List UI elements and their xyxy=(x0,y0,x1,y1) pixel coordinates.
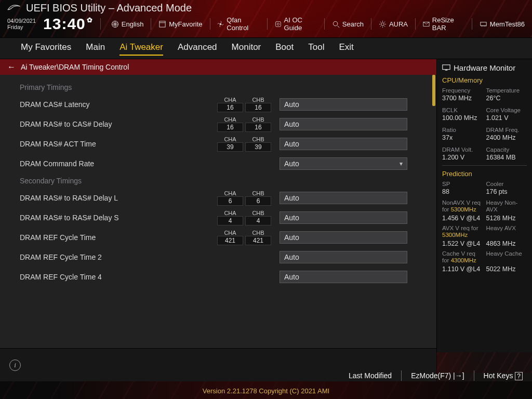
cache-req-label: Cache V req for 4300MHz xyxy=(442,250,483,264)
tool-memtest[interactable]: MemTest86 xyxy=(480,20,525,28)
tab-ai-tweaker[interactable]: Ai Tweaker xyxy=(119,42,163,56)
myfavorite-icon xyxy=(158,20,166,28)
tab-monitor[interactable]: Monitor xyxy=(232,42,261,56)
setting-row: DRAM CAS# LatencyCHA16CHB16Auto xyxy=(20,95,426,114)
temp-value: 26°C xyxy=(486,95,527,102)
tab-main[interactable]: Main xyxy=(86,42,105,56)
date-block: 04/09/2021 Friday xyxy=(7,18,36,30)
setting-row: DRAM RAS# ACT TimeCHA39CHB39Auto xyxy=(20,134,426,154)
svg-rect-3 xyxy=(275,21,281,26)
bclk-label: BCLK xyxy=(442,107,483,113)
setting-row: DRAM RAS# to RAS# Delay SCHA4CHB4Auto xyxy=(20,208,426,228)
tab-exit[interactable]: Exit xyxy=(339,42,353,56)
cha-cell: CHA39 xyxy=(217,136,243,152)
main-panel: ← Ai Tweaker\DRAM Timing Control Primary… xyxy=(0,59,436,381)
tool-qfan[interactable]: Qfan Control xyxy=(217,16,259,32)
cha-cell: CHA16 xyxy=(217,116,243,132)
setting-value: Auto xyxy=(284,140,299,148)
sidebar-section-prediction: Prediction xyxy=(442,170,527,178)
monitor-icon xyxy=(442,64,450,72)
setting-input[interactable]: Auto xyxy=(280,251,407,263)
separator xyxy=(324,18,325,30)
section-title: Primary Timings xyxy=(20,83,426,91)
channel-readout: CHA6CHB6 xyxy=(217,190,271,206)
tool-language[interactable]: English xyxy=(111,20,144,28)
tool-label: AURA xyxy=(389,20,408,28)
setting-input[interactable]: Auto xyxy=(280,192,407,204)
header: UEFI BIOS Utility – Advanced Mode 04/09/… xyxy=(0,0,532,37)
nonavx-req-value: 1.456 V @L4 xyxy=(442,215,483,222)
setting-input[interactable]: Auto xyxy=(280,211,407,224)
separator xyxy=(151,18,151,30)
tool-label: MemTest86 xyxy=(490,20,525,28)
cap-label: Capacity xyxy=(486,147,527,153)
channel-readout: CHA16CHB16 xyxy=(217,116,271,132)
hardware-monitor-panel: Hardware Monitor CPU/Memory Frequency Te… xyxy=(436,59,532,381)
cooler-label: Cooler xyxy=(486,181,527,187)
tab-boot[interactable]: Boot xyxy=(275,42,294,56)
dramv-label: DRAM Volt. xyxy=(442,147,483,153)
question-box-icon: ? xyxy=(515,372,523,380)
separator xyxy=(472,18,472,30)
svg-rect-9 xyxy=(443,64,450,69)
setting-input[interactable]: Auto xyxy=(280,138,407,150)
setting-value: Auto xyxy=(284,120,299,128)
clock[interactable]: 13:40 ✿ xyxy=(43,15,93,33)
freq-label: Frequency xyxy=(442,87,483,94)
tool-aura[interactable]: AURA xyxy=(379,20,408,28)
setting-value: Auto xyxy=(284,159,299,168)
prediction-grid-top: SP Cooler 88 176 pts xyxy=(442,181,527,195)
chb-cell: CHB16 xyxy=(245,97,271,112)
date-text: 04/09/2021 xyxy=(7,18,36,24)
setting-row: DRAM Command RateAuto xyxy=(20,154,426,174)
setting-input[interactable]: Auto xyxy=(280,118,407,130)
version-text: Version 2.21.1278 Copyright (C) 2021 AMI xyxy=(0,384,532,399)
tool-resizebar[interactable]: ReSize BAR xyxy=(423,16,464,32)
svg-point-5 xyxy=(333,21,337,25)
heavy-cache-value: 5022 MHz xyxy=(486,265,527,273)
ezmode-button[interactable]: EzMode(F7) |→] xyxy=(411,371,464,380)
dramf-value: 2400 MHz xyxy=(486,134,527,141)
setting-row: DRAM REF Cycle TimeCHA421CHB421Auto xyxy=(20,228,426,247)
tab-tool[interactable]: Tool xyxy=(308,42,324,56)
svg-rect-1 xyxy=(159,21,165,26)
svg-point-2 xyxy=(220,23,221,24)
separator xyxy=(401,370,402,381)
aura-icon xyxy=(379,20,387,28)
svg-point-6 xyxy=(381,22,384,25)
section-title: Secondary Timings xyxy=(20,177,426,185)
setting-input[interactable]: Auto xyxy=(280,271,407,283)
exit-icon: |→] xyxy=(453,371,464,380)
tab-advanced[interactable]: Advanced xyxy=(178,42,217,56)
cha-cell: CHA6 xyxy=(217,190,243,206)
aioc-icon xyxy=(275,20,282,28)
ratio-value: 37x xyxy=(442,134,483,141)
chb-cell: CHB16 xyxy=(245,116,271,132)
setting-dropdown[interactable]: Auto xyxy=(280,157,407,170)
setting-label: DRAM CAS# Latency xyxy=(20,100,212,109)
tool-search[interactable]: Search xyxy=(332,20,364,28)
setting-label: DRAM REF Cycle Time 4 xyxy=(20,273,212,281)
setting-input[interactable]: Auto xyxy=(280,231,407,244)
temp-label: Temperature xyxy=(486,87,527,94)
setting-input[interactable]: Auto xyxy=(280,98,407,111)
rog-eye-icon xyxy=(7,4,21,13)
heavy-cache-label: Heavy Cache xyxy=(486,250,527,264)
vcore-value: 1.021 V xyxy=(486,114,527,122)
sidebar-section-cpu: CPU/Memory xyxy=(442,76,527,84)
tab-my-favorites[interactable]: My Favorites xyxy=(21,42,71,56)
heavy-avx-value: 4863 MHz xyxy=(486,240,527,247)
back-arrow-icon[interactable]: ← xyxy=(7,62,16,72)
tool-aioc[interactable]: AI OC Guide xyxy=(275,16,317,32)
sidebar-title: Hardware Monitor xyxy=(454,63,515,72)
cache-req-value: 1.110 V @L4 xyxy=(442,265,483,273)
channel-readout: CHA421CHB421 xyxy=(217,230,271,245)
nonavx-req-label: NonAVX V req for 5300MHz xyxy=(442,200,483,213)
gear-icon[interactable]: ✿ xyxy=(87,16,93,24)
setting-value: Auto xyxy=(284,214,299,222)
tool-links: EnglishMyFavoriteQfan ControlAI OC Guide… xyxy=(111,16,525,32)
scrollbar-thumb[interactable] xyxy=(432,75,435,106)
hotkeys-button[interactable]: Hot Keys ? xyxy=(484,371,523,380)
tool-myfavorite[interactable]: MyFavorite xyxy=(158,20,202,28)
last-modified-button[interactable]: Last Modified xyxy=(349,371,392,380)
